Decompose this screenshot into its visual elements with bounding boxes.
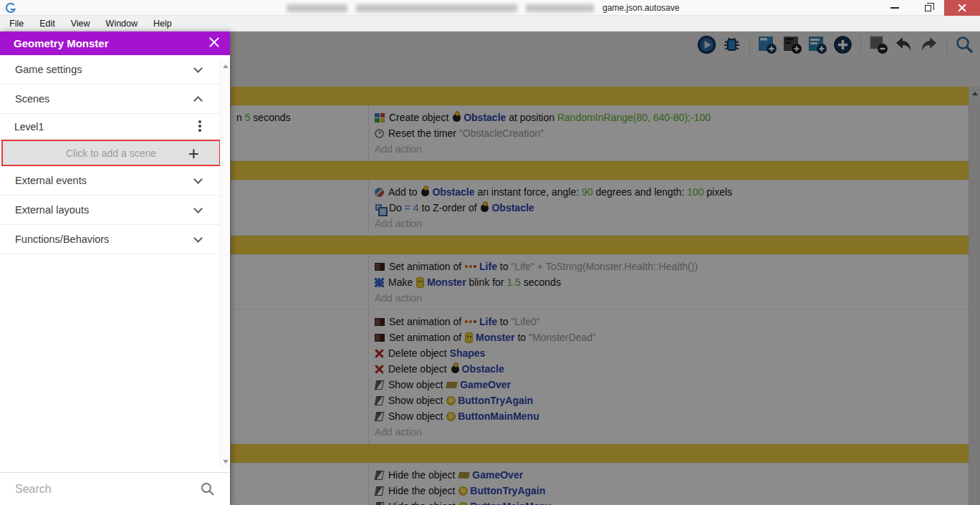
chevron-down-icon[interactable]	[193, 234, 203, 243]
gdevelop-logo-icon	[4, 2, 17, 14]
add-scene-button[interactable]: Click to add a scene+	[1, 140, 221, 166]
redacted-title-segment	[526, 4, 594, 12]
window-title: game.json.autosave	[287, 0, 679, 16]
plus-icon: +	[188, 142, 199, 165]
modal-dim-overlay[interactable]	[230, 32, 980, 505]
chevron-down-icon[interactable]	[193, 204, 203, 213]
menu-bar: FileEditViewWindowHelp	[0, 16, 980, 32]
close-window-button[interactable]	[944, 0, 980, 16]
chevron-up-icon[interactable]	[193, 96, 203, 105]
menu-help[interactable]: Help	[145, 16, 180, 32]
sidebar-item-label: Functions/Behaviors	[15, 234, 109, 245]
menu-edit[interactable]: Edit	[32, 16, 63, 32]
close-drawer-button[interactable]	[208, 37, 220, 49]
scene-item-label: Level1	[14, 121, 44, 133]
kebab-menu-icon[interactable]	[198, 120, 201, 133]
os-title-bar: game.json.autosave	[0, 0, 980, 16]
minimize-icon	[890, 7, 899, 9]
sidebar-item-label: External events	[15, 175, 87, 186]
search-input[interactable]: Search	[15, 483, 200, 496]
redacted-title-segment	[356, 4, 517, 12]
add-scene-label: Click to add a scene	[66, 148, 156, 159]
restore-button[interactable]	[911, 0, 944, 16]
menu-window[interactable]: Window	[98, 16, 145, 32]
sidebar-item-scenes[interactable]: Scenes	[0, 85, 230, 114]
restore-icon	[925, 5, 931, 11]
project-manager-header: Geometry Monster	[0, 32, 230, 55]
scene-item-level1[interactable]: Level1	[0, 114, 230, 140]
menu-file[interactable]: File	[1, 16, 32, 32]
project-manager-drawer: Geometry Monster Game settingsScenesLeve…	[0, 32, 230, 505]
sidebar-item-label: Game settings	[15, 64, 82, 75]
close-icon	[958, 4, 966, 12]
search-icon	[200, 481, 216, 497]
sidebar-item-label: Scenes	[15, 93, 49, 105]
sidebar-item-game-settings[interactable]: Game settings	[0, 55, 230, 85]
project-title: Geometry Monster	[14, 37, 109, 49]
chevron-down-icon[interactable]	[193, 64, 203, 73]
drawer-scrollbar[interactable]	[220, 60, 229, 468]
chevron-down-icon[interactable]	[193, 175, 203, 184]
search-bar[interactable]: Search	[0, 472, 230, 505]
sidebar-item-external-events[interactable]: External events	[0, 166, 230, 196]
window-title-text: game.json.autosave	[602, 3, 679, 13]
sidebar-item-functions-behaviors[interactable]: GFunctions/Behaviors	[0, 225, 230, 254]
sidebar-item-external-layouts[interactable]: External layouts	[0, 196, 230, 225]
menu-view[interactable]: View	[63, 16, 98, 32]
minimize-button[interactable]	[878, 0, 911, 16]
window-controls	[878, 0, 980, 16]
sidebar-item-label: External layouts	[15, 204, 89, 216]
redacted-title-segment	[287, 4, 347, 12]
